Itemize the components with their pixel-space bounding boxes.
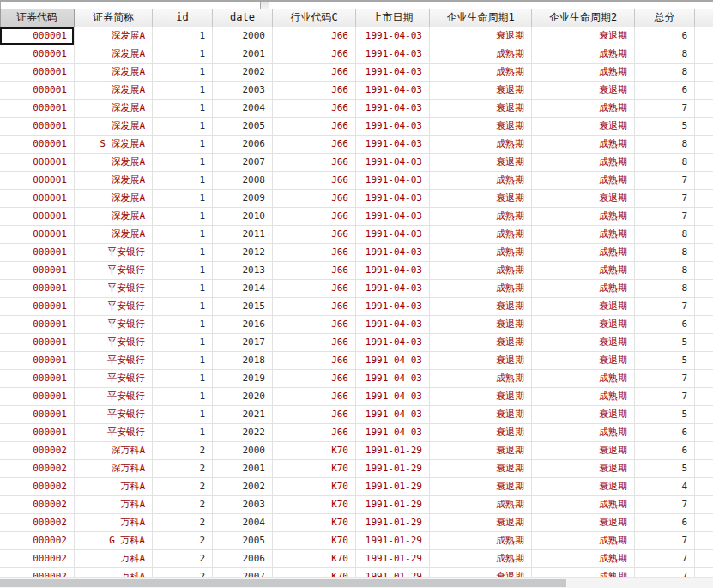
cell-blank[interactable] bbox=[695, 262, 713, 280]
cell-lifecycle2[interactable]: 成熟期 bbox=[532, 154, 635, 172]
cell-code[interactable]: 000001 bbox=[0, 226, 75, 244]
cell-ind-code[interactable]: J66 bbox=[273, 190, 356, 208]
cell-code[interactable]: 000002 bbox=[0, 442, 75, 460]
cell-lifecycle1[interactable]: 成熟期 bbox=[430, 262, 532, 280]
cell-date[interactable]: 2021 bbox=[213, 406, 273, 424]
cell-ind-code[interactable]: K70 bbox=[273, 496, 356, 514]
cell-date[interactable]: 2008 bbox=[213, 172, 273, 190]
cell-date[interactable]: 2017 bbox=[213, 334, 273, 352]
cell-code[interactable]: 000001 bbox=[0, 370, 75, 388]
cell-ind-code[interactable]: J66 bbox=[273, 82, 356, 100]
cell-date[interactable]: 2022 bbox=[213, 424, 273, 442]
cell-lifecycle2[interactable]: 衰退期 bbox=[532, 334, 635, 352]
cell-list-date[interactable]: 1991-04-03 bbox=[356, 316, 430, 334]
cell-id[interactable]: 1 bbox=[153, 27, 213, 45]
cell-ind-code[interactable]: J66 bbox=[273, 334, 356, 352]
cell-ind-code[interactable]: J66 bbox=[273, 64, 356, 82]
cell-id[interactable]: 1 bbox=[153, 226, 213, 244]
cell-name[interactable]: 深发展A bbox=[75, 45, 153, 64]
cell-lifecycle1[interactable]: 衰退期 bbox=[430, 118, 532, 136]
cell-date[interactable]: 2019 bbox=[213, 370, 273, 388]
formula-input[interactable] bbox=[269, 2, 713, 9]
cell-lifecycle2[interactable]: 衰退期 bbox=[532, 316, 635, 334]
cell-id[interactable]: 1 bbox=[153, 424, 213, 442]
cell-code[interactable]: 000002 bbox=[0, 550, 75, 568]
cell-list-date[interactable]: 1991-01-29 bbox=[356, 478, 430, 496]
cell-id[interactable]: 1 bbox=[153, 388, 213, 406]
cell-lifecycle2[interactable]: 成熟期 bbox=[532, 64, 635, 82]
cell-list-date[interactable]: 1991-01-29 bbox=[356, 496, 430, 514]
cell-list-date[interactable]: 1991-04-03 bbox=[356, 424, 430, 442]
cell-blank[interactable] bbox=[695, 136, 713, 154]
cell-list-date[interactable]: 1991-04-03 bbox=[356, 27, 430, 45]
cell-lifecycle2[interactable]: 衰退期 bbox=[532, 442, 635, 460]
cell-code[interactable]: 000001 bbox=[0, 262, 75, 280]
cell-list-date[interactable]: 1991-04-03 bbox=[356, 406, 430, 424]
cell-score[interactable]: 8 bbox=[635, 154, 695, 172]
cell-lifecycle2[interactable]: 衰退期 bbox=[532, 82, 635, 100]
cell-name[interactable]: 深发展A bbox=[75, 172, 153, 190]
cell-lifecycle1[interactable]: 成熟期 bbox=[430, 208, 532, 226]
cell-code[interactable]: 000001 bbox=[0, 208, 75, 226]
cell-lifecycle2[interactable]: 衰退期 bbox=[532, 298, 635, 316]
cell-code[interactable]: 000001 bbox=[0, 82, 75, 100]
cell-code[interactable]: 000002 bbox=[0, 514, 75, 532]
cell-date[interactable]: 2001 bbox=[213, 460, 273, 478]
cell-score[interactable]: 5 bbox=[635, 334, 695, 352]
cell-score[interactable]: 5 bbox=[635, 352, 695, 370]
cell-list-date[interactable]: 1991-04-03 bbox=[356, 82, 430, 100]
cell-score[interactable]: 7 bbox=[635, 388, 695, 406]
cell-lifecycle1[interactable]: 衰退期 bbox=[430, 316, 532, 334]
cell-code[interactable]: 000001 bbox=[0, 172, 75, 190]
cell-id[interactable]: 1 bbox=[153, 334, 213, 352]
cell-name[interactable]: 平安银行 bbox=[75, 298, 153, 316]
cell-name[interactable]: 万科A bbox=[75, 514, 153, 532]
cell-blank[interactable] bbox=[695, 208, 713, 226]
cell-list-date[interactable]: 1991-04-03 bbox=[356, 172, 430, 190]
cell-id[interactable]: 1 bbox=[153, 316, 213, 334]
cell-code[interactable]: 000001 bbox=[0, 298, 75, 316]
cell-id[interactable]: 1 bbox=[153, 82, 213, 100]
cell-lifecycle1[interactable]: 衰退期 bbox=[430, 352, 532, 370]
cell-lifecycle1[interactable]: 衰退期 bbox=[430, 514, 532, 532]
cell-name[interactable]: 平安银行 bbox=[75, 244, 153, 262]
column-header-code[interactable]: 证券代码 bbox=[0, 9, 75, 27]
cell-lifecycle1[interactable]: 衰退期 bbox=[430, 82, 532, 100]
cell-blank[interactable] bbox=[695, 298, 713, 316]
cell-list-date[interactable]: 1991-04-03 bbox=[356, 244, 430, 262]
cell-code[interactable]: 000001 bbox=[0, 352, 75, 370]
cell-date[interactable]: 2020 bbox=[213, 388, 273, 406]
cell-lifecycle1[interactable]: 衰退期 bbox=[430, 478, 532, 496]
cell-code[interactable]: 000001 bbox=[0, 27, 75, 45]
cell-ind-code[interactable]: J66 bbox=[273, 370, 356, 388]
cell-lifecycle1[interactable]: 成熟期 bbox=[430, 172, 532, 190]
cell-list-date[interactable]: 1991-01-29 bbox=[356, 550, 430, 568]
cell-ind-code[interactable]: K70 bbox=[273, 532, 356, 550]
cell-list-date[interactable]: 1991-04-03 bbox=[356, 280, 430, 298]
cell-id[interactable]: 1 bbox=[153, 100, 213, 118]
cell-score[interactable]: 6 bbox=[635, 424, 695, 442]
cell-blank[interactable] bbox=[695, 370, 713, 388]
cell-code[interactable]: 000001 bbox=[0, 64, 75, 82]
cell-ind-code[interactable]: J66 bbox=[273, 154, 356, 172]
cell-score[interactable]: 6 bbox=[635, 27, 695, 45]
cell-date[interactable]: 2003 bbox=[213, 82, 273, 100]
cell-lifecycle2[interactable]: 成熟期 bbox=[532, 280, 635, 298]
cell-date[interactable]: 2000 bbox=[213, 442, 273, 460]
cell-list-date[interactable]: 1991-04-03 bbox=[356, 190, 430, 208]
cell-blank[interactable] bbox=[695, 82, 713, 100]
cell-name[interactable]: 深发展A bbox=[75, 27, 153, 45]
cell-lifecycle2[interactable]: 成熟期 bbox=[532, 244, 635, 262]
cell-lifecycle1[interactable]: 衰退期 bbox=[430, 406, 532, 424]
cell-score[interactable]: 8 bbox=[635, 45, 695, 64]
cell-date[interactable]: 2006 bbox=[213, 136, 273, 154]
cell-name[interactable]: 平安银行 bbox=[75, 406, 153, 424]
cell-ind-code[interactable]: J66 bbox=[273, 45, 356, 64]
cell-date[interactable]: 2016 bbox=[213, 316, 273, 334]
cell-list-date[interactable]: 1991-04-03 bbox=[356, 262, 430, 280]
cell-lifecycle2[interactable]: 成熟期 bbox=[532, 550, 635, 568]
cell-score[interactable]: 8 bbox=[635, 136, 695, 154]
cell-blank[interactable] bbox=[695, 388, 713, 406]
cell-lifecycle2[interactable]: 成熟期 bbox=[532, 100, 635, 118]
cell-blank[interactable] bbox=[695, 478, 713, 496]
